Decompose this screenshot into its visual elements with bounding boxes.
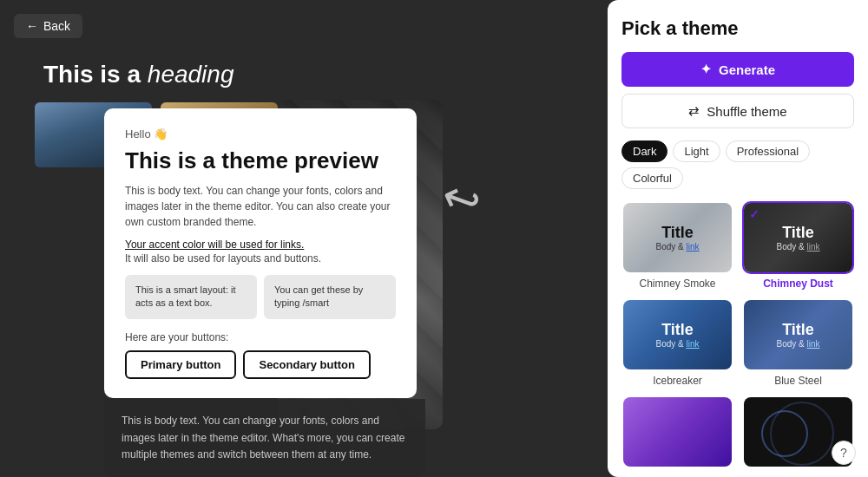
themes-grid: Title Body & link Chimney Smoke ✓ Title … [621,201,854,472]
smart-boxes: This is a smart layout: it acts as a tex… [125,275,396,319]
panel-title: Pick a theme [621,17,854,40]
secondary-button[interactable]: Secondary button [243,350,371,379]
theme-name-blue-steel: Blue Steel [742,375,854,387]
theme-preview-card: Hello 👋 This is a theme preview This is … [104,108,417,398]
theme-title-chimney-dust: Title [782,224,814,242]
generate-star-icon: ✦ [700,62,712,77]
back-label: Back [43,19,70,33]
right-panel: Pick a theme ✦ Generate ⇄ Shuffle theme … [608,0,868,477]
theme-name-chimney-dust: Chimney Dust [742,278,854,290]
theme-card-gradient-purple[interactable] [621,395,733,472]
filter-tab-dark[interactable]: Dark [621,140,667,162]
theme-card-chimney-dust[interactable]: ✓ Title Body & link Chimney Dust [742,201,854,290]
theme-title-blue-steel: Title [782,321,814,339]
theme-card-chimney-smoke[interactable]: Title Body & link Chimney Smoke [621,201,733,290]
curved-arrow: ↩ [435,168,489,230]
theme-body-chimney-smoke: Body & link [655,242,699,252]
theme-body-blue-steel: Body & link [776,339,819,349]
back-arrow-icon: ← [26,19,38,33]
theme-body-icebreaker: Body & link [655,339,699,349]
selected-checkmark: ✓ [749,207,760,221]
generate-button[interactable]: ✦ Generate [621,52,854,87]
filter-tab-professional[interactable]: Professional [726,140,811,162]
theme-name-icebreaker: Icebreaker [621,375,733,387]
help-button[interactable]: ? [832,441,856,465]
buttons-label: Here are your buttons: [125,331,396,343]
preview-link: Your accent color will be used for links… [125,238,396,251]
theme-title-chimney-smoke: Title [661,224,694,242]
shuffle-button[interactable]: ⇄ Shuffle theme [621,94,854,128]
left-panel: ← Back This is a heading Hello 👋 This is… [0,0,608,477]
filter-tabs: Dark Light Professional Colorful [621,140,854,189]
smart-box-2: You can get these by typing /smart [264,275,396,319]
theme-card-icebreaker[interactable]: Title Body & link Icebreaker [621,298,733,387]
preview-body: This is body text. You can change your f… [125,183,396,230]
shuffle-icon: ⇄ [688,103,700,119]
page-heading: This is a heading [43,61,582,88]
bottom-text: This is body text. You can change your f… [104,399,425,477]
preview-hello: Hello 👋 [125,127,396,140]
theme-title-icebreaker: Title [661,321,694,339]
preview-link-sub: It will also be used for layouts and but… [125,252,396,265]
preview-title: This is a theme preview [125,147,396,174]
filter-tab-light[interactable]: Light [673,140,720,162]
generate-label: Generate [719,62,775,77]
theme-name-chimney-smoke: Chimney Smoke [621,278,733,290]
theme-card-blue-steel[interactable]: Title Body & link Blue Steel [742,298,854,387]
smart-box-1: This is a smart layout: it acts as a tex… [125,275,257,319]
theme-body-chimney-dust: Body & link [776,242,819,252]
shuffle-label: Shuffle theme [707,104,786,119]
filter-tab-colorful[interactable]: Colorful [621,167,683,189]
preview-buttons: Primary button Secondary button [125,350,396,379]
back-button[interactable]: ← Back [14,14,82,38]
primary-button[interactable]: Primary button [125,350,236,379]
